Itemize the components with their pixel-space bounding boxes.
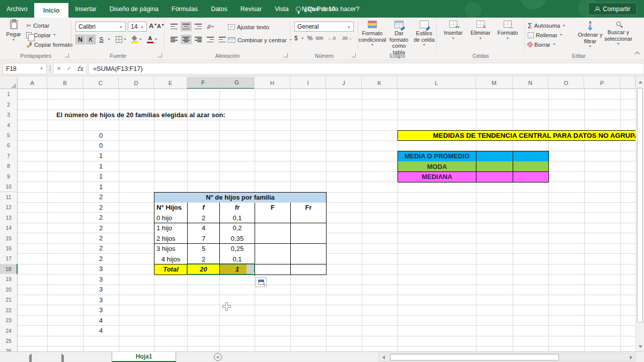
freq-total-Fr[interactable] [291, 264, 327, 275]
thousands-button[interactable]: 000 [315, 36, 323, 41]
cell-C7[interactable]: 1 [83, 151, 119, 161]
scroll-left-icon[interactable] [380, 355, 387, 360]
measure-label-mediana[interactable]: MEDIANA [398, 172, 476, 183]
column-header-G[interactable]: G [219, 77, 255, 89]
freq-cell[interactable]: 0,1 [220, 254, 255, 264]
measure-label-media[interactable]: MEDIA O PROMEDIO [398, 151, 476, 162]
align-center-button[interactable] [181, 35, 192, 44]
freq-row-label[interactable]: 2 hijos [154, 233, 188, 244]
autofill-options-button[interactable] [256, 277, 267, 287]
row-header-20[interactable]: 20 [0, 285, 18, 295]
measure-label-moda[interactable]: MODA [398, 161, 476, 172]
find-select-button[interactable]: Buscar y seleccionar▼ [604, 21, 632, 46]
collapse-ribbon-icon[interactable] [635, 52, 640, 57]
cell-C18[interactable]: 3 [83, 264, 119, 274]
freq-header-NHijos[interactable]: N° Hijos [154, 203, 188, 213]
align-top-button[interactable] [169, 22, 180, 31]
freq-header-F[interactable]: F [255, 203, 291, 213]
row-header-21[interactable]: 21 [0, 295, 18, 305]
row-header-9[interactable]: 9 [0, 171, 18, 182]
format-cells-button[interactable]: ↔ Formato▼ [495, 21, 520, 40]
conditional-format-button[interactable]: Formato condicional▼ [359, 21, 385, 47]
fill-color-icon[interactable] [131, 36, 138, 43]
dialog-launcher-icon[interactable] [352, 53, 356, 57]
row-header-3[interactable]: 3 [0, 110, 18, 120]
insert-cells-button[interactable]: ↤ Insertar▼ [441, 21, 466, 40]
horizontal-scroll-thumb[interactable] [390, 354, 559, 360]
font-size-combo[interactable]: 14▼ [128, 22, 147, 32]
shrink-font-button[interactable]: A▼ [157, 23, 165, 29]
cell-C15[interactable]: 2 [83, 233, 119, 243]
column-header-O[interactable]: O [548, 77, 584, 89]
cell-C5[interactable]: 0 [83, 130, 119, 140]
column-header-P[interactable]: P [584, 77, 620, 89]
freq-cell[interactable] [291, 223, 327, 234]
orientation-button[interactable]: ab▼ [205, 22, 216, 31]
align-right-button[interactable] [193, 35, 204, 44]
grow-font-button[interactable]: A▲ [149, 22, 157, 30]
underline-button[interactable]: S [97, 35, 106, 44]
cell-C21[interactable]: 3 [83, 295, 119, 305]
column-header-N[interactable]: N [513, 77, 548, 89]
freq-cell[interactable]: 0,1 [220, 213, 255, 223]
freq-cell[interactable]: 7 [188, 233, 220, 244]
row-header-26[interactable]: 26 [0, 346, 18, 351]
decrease-decimal-button[interactable]: ,00→ [340, 35, 353, 42]
freq-cell[interactable] [255, 244, 291, 254]
freq-cell[interactable] [291, 213, 327, 223]
font-color-icon[interactable]: A [147, 36, 153, 43]
dialog-launcher-icon[interactable] [284, 53, 288, 57]
cell-C16[interactable]: 2 [83, 243, 119, 253]
freq-header-f[interactable]: f [188, 203, 220, 213]
freq-cell[interactable]: 0,35 [220, 233, 255, 244]
column-header-H[interactable]: H [255, 77, 290, 89]
cell-C14[interactable]: 2 [83, 223, 119, 233]
column-header-D[interactable]: D [119, 77, 154, 89]
freq-total-F[interactable] [255, 264, 291, 275]
worksheet-grid[interactable]: 1234567891011121314151617181920212223242… [0, 89, 635, 351]
autosum-button[interactable]: ΣAutosuma▼ [528, 21, 566, 30]
bold-button[interactable]: N [75, 35, 85, 44]
cell-C24[interactable]: 4 [83, 325, 119, 335]
cell-C22[interactable]: 3 [83, 305, 119, 315]
horizontal-scrollbar[interactable] [378, 353, 636, 361]
formula-input[interactable]: =SUMA(F13:F17) [89, 63, 644, 74]
row-header-22[interactable]: 22 [0, 305, 18, 315]
cell-C12[interactable]: 2 [83, 202, 119, 212]
freq-row-label[interactable]: 3 hijos [154, 244, 188, 254]
ribbon-tab-dise-o-de-p-gina[interactable]: Diseño de página [103, 0, 165, 18]
paste-button[interactable]: Pegar▼ [3, 20, 24, 42]
cell-C10[interactable]: 1 [83, 182, 119, 192]
dialog-launcher-icon[interactable] [158, 53, 162, 57]
freq-header-Fr[interactable]: Fr [291, 203, 327, 213]
row-header-18[interactable]: 18 [0, 264, 18, 275]
ribbon-tab-inicio[interactable]: Inicio [34, 3, 69, 18]
format-painter-button[interactable]: Copiar formato [26, 40, 72, 49]
scroll-down-icon[interactable] [636, 341, 644, 351]
row-header-24[interactable]: 24 [0, 325, 18, 336]
column-header-K[interactable]: K [362, 77, 397, 89]
freq-row-label[interactable]: 1 hijo [154, 223, 188, 234]
ribbon-tab-f-rmulas[interactable]: Fórmulas [165, 0, 204, 18]
freq-cell[interactable] [291, 244, 327, 254]
borders-icon[interactable] [116, 36, 122, 43]
align-left-button[interactable] [169, 35, 180, 44]
fill-handle[interactable] [253, 273, 256, 276]
row-header-25[interactable]: 25 [0, 336, 18, 346]
row-header-11[interactable]: 11 [0, 192, 18, 203]
freq-total-f[interactable]: 20 [188, 264, 220, 275]
ribbon-tab-archivo[interactable]: Archivo [0, 0, 34, 18]
cut-button[interactable]: ✂Cortar [26, 21, 72, 30]
row-header-19[interactable]: 19 [0, 274, 18, 285]
measure-value-cell[interactable] [513, 151, 549, 162]
row-header-8[interactable]: 8 [0, 161, 18, 171]
row-header-15[interactable]: 15 [0, 233, 18, 243]
freq-cell[interactable] [255, 213, 291, 223]
next-sheet-icon[interactable] [61, 355, 64, 362]
cell-C6[interactable]: 0 [83, 140, 119, 150]
scroll-right-icon[interactable] [627, 355, 634, 360]
row-header-6[interactable]: 6 [0, 140, 18, 151]
row-header-10[interactable]: 10 [0, 182, 18, 192]
freq-cell[interactable] [291, 233, 327, 244]
ribbon-tab-vista[interactable]: Vista [268, 0, 295, 18]
